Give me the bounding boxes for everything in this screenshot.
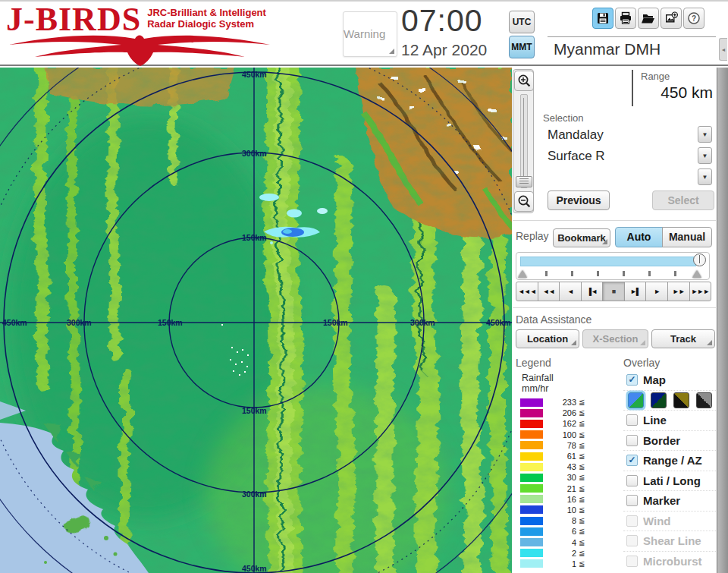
map-style-swatch-1[interactable]	[628, 392, 644, 408]
legend-color-swatch	[520, 474, 543, 482]
fast-forward-button[interactable]: ►►	[667, 282, 690, 301]
lte-symbol: ≦	[579, 527, 585, 535]
chevron-down-icon[interactable]: ▼	[698, 168, 712, 185]
divider	[513, 307, 716, 308]
site-dropdown[interactable]: Mandalay ▼	[541, 124, 714, 145]
lati-long-label: Lati / Long	[643, 474, 701, 487]
add-image-icon	[664, 11, 678, 25]
window-edge	[717, 68, 728, 573]
legend-color-swatch	[520, 420, 543, 428]
lte-symbol: ≦	[579, 485, 585, 493]
replay-slider-thumb[interactable]	[693, 253, 706, 266]
warning-label: Warning	[344, 27, 397, 40]
svg-text:450km: 450km	[486, 318, 511, 327]
step-back-button[interactable]: ▐◄	[581, 282, 604, 301]
product-dropdown[interactable]: Surface R ▼	[541, 146, 714, 166]
legend-unit-label: Rainfall	[522, 370, 622, 383]
slider-start-marker-icon[interactable]	[518, 270, 527, 278]
legend-color-swatch	[520, 549, 543, 557]
map-style-swatch-3[interactable]	[673, 392, 689, 408]
overlay-row-shear-line: Shear Line	[623, 531, 716, 552]
printer-icon	[619, 11, 632, 25]
previous-button[interactable]: Previous	[548, 190, 610, 210]
add-image-button[interactable]	[661, 8, 682, 29]
overlay-row-marker: Marker	[623, 491, 716, 512]
legend-entry: 4≦	[516, 537, 622, 547]
legend-value: 100	[549, 430, 576, 439]
collapse-panel-arrow-icon[interactable]: ◄	[719, 38, 727, 61]
open-folder-button[interactable]	[638, 8, 659, 29]
mmt-button[interactable]: MMT	[509, 36, 535, 58]
lte-symbol: ≦	[579, 398, 585, 406]
manual-button[interactable]: Manual	[662, 227, 712, 247]
map-zoom-control	[513, 69, 534, 213]
replay-slider	[516, 252, 710, 280]
utc-button[interactable]: UTC	[509, 11, 535, 33]
legend-entry: 6≦	[516, 526, 622, 537]
line-label: Line	[643, 414, 667, 427]
warning-button[interactable]: Warning	[343, 11, 397, 57]
zoom-out-button[interactable]	[514, 191, 534, 212]
legend-entry: 233≦	[516, 397, 622, 408]
auto-button[interactable]: Auto	[615, 227, 663, 247]
line-checkbox[interactable]	[626, 414, 638, 426]
legend-color-swatch	[520, 505, 543, 514]
chevron-down-icon[interactable]: ▼	[698, 126, 712, 143]
lte-symbol: ≦	[579, 431, 585, 439]
xsection-button[interactable]: X-Section	[582, 329, 648, 348]
save-button[interactable]	[592, 8, 613, 29]
map-checkbox[interactable]: ✓	[626, 374, 638, 386]
svg-text:?: ?	[692, 14, 696, 23]
corner-triangle-icon	[707, 340, 712, 345]
map-style-swatch-4[interactable]	[696, 392, 712, 408]
legend-value: 162	[549, 419, 576, 428]
map-style-swatch-2[interactable]	[651, 392, 667, 408]
wind-checkbox	[626, 515, 638, 527]
jump-start-button[interactable]: ◄◄◄	[516, 282, 538, 301]
lte-symbol: ≦	[579, 506, 585, 514]
overlay-row-lati-long: Lati / Long	[623, 471, 716, 492]
lte-symbol: ≦	[579, 496, 585, 503]
fast-rewind-button[interactable]: ◄◄	[538, 282, 560, 301]
overlay-options: ✓MapLineBorder✓Range / AZLati / LongMark…	[623, 370, 716, 573]
legend-value: 16	[549, 495, 576, 504]
marker-checkbox[interactable]	[626, 495, 638, 506]
step-forward-button[interactable]: ►▌	[624, 282, 647, 301]
jump-end-button[interactable]: ►►►	[689, 282, 712, 301]
lte-symbol: ≦	[579, 463, 585, 471]
playback-controls: ◄◄◄◄◄◄▐◄■►▌►►►►►►	[516, 282, 711, 301]
location-button[interactable]: Location	[516, 329, 579, 348]
zoom-slider-thumb[interactable]	[516, 176, 532, 187]
play-button[interactable]: ►	[645, 282, 668, 301]
legend-value: 2	[549, 549, 576, 558]
overlay-row-microburst: Microburst	[623, 552, 716, 572]
slider-end-marker-icon[interactable]	[692, 270, 701, 278]
border-label: Border	[643, 434, 680, 447]
print-button[interactable]	[615, 8, 636, 29]
legend-entry: 206≦	[516, 408, 622, 418]
help-button[interactable]: ?	[683, 8, 704, 29]
replay-slider-track[interactable]	[520, 257, 696, 266]
stop-button[interactable]: ■	[602, 282, 625, 301]
folder-icon	[642, 11, 655, 25]
play-reverse-button[interactable]: ◄	[559, 282, 582, 301]
bookmark-button[interactable]: Bookmark	[553, 228, 610, 247]
option-dropdown[interactable]: ▼	[541, 167, 714, 187]
radar-map[interactable]: 450km 300km 150km 150km 300km 450km 450k…	[0, 68, 512, 573]
corner-triangle-icon	[640, 340, 645, 345]
chevron-down-icon[interactable]: ▼	[698, 147, 712, 164]
lati-long-checkbox[interactable]	[626, 475, 638, 486]
range-az-checkbox[interactable]: ✓	[626, 455, 638, 466]
legend-entry: 21≦	[516, 483, 622, 494]
zoom-in-button[interactable]	[514, 71, 534, 91]
logo-title: J-BIRDS	[6, 5, 141, 35]
legend-color-swatch	[520, 517, 543, 525]
select-button[interactable]: Select	[652, 190, 714, 210]
track-button[interactable]: Track	[651, 329, 715, 348]
legend-color-swatch	[520, 430, 543, 439]
legend-entry: 162≦	[516, 418, 622, 429]
border-checkbox[interactable]	[626, 435, 638, 446]
slider-tick	[571, 271, 573, 276]
range-az-label: Range / AZ	[643, 454, 702, 467]
zoom-slider-track[interactable]	[520, 94, 528, 188]
